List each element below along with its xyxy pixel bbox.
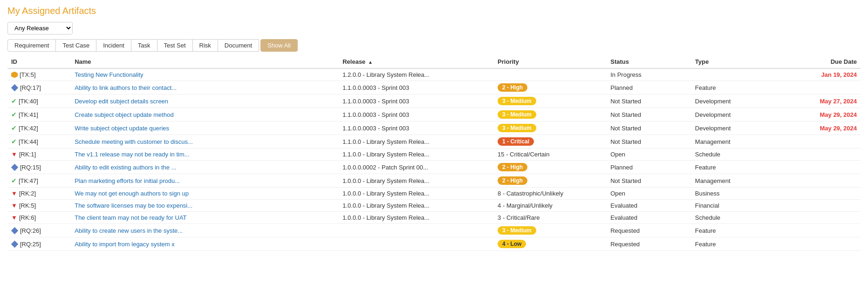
row-id-cell: ▼ [RK:6] bbox=[7, 212, 71, 224]
row-duedate-cell: May 29, 2024 bbox=[776, 108, 861, 122]
row-release-cell: 1.1.0.0 - Library System Relea... bbox=[339, 135, 494, 149]
artifact-id: [RK:2] bbox=[19, 190, 36, 197]
row-name-cell: The v1.1 release may not be ready in tim… bbox=[71, 149, 339, 161]
priority-badge: 4 - Low bbox=[498, 240, 526, 248]
artifact-name-link[interactable]: The v1.1 release may not be ready in tim… bbox=[75, 151, 189, 158]
row-duedate-cell bbox=[776, 161, 861, 174]
table-row: ✔ [TK:47] Plan marketing efforts for ini… bbox=[7, 174, 861, 188]
row-release-cell: 1.1.0.0 - Library System Relea... bbox=[339, 149, 494, 161]
col-header-type: Type bbox=[691, 55, 776, 68]
artifact-id: [TK:44] bbox=[19, 138, 38, 145]
table-row: ✔ [TK:44] Schedule meeting with customer… bbox=[7, 135, 861, 149]
row-release-cell: 1.0.0.0 - Library System Relea... bbox=[339, 188, 494, 200]
row-type-cell: Feature bbox=[691, 81, 776, 95]
col-header-status: Status bbox=[607, 55, 691, 68]
row-id-cell: [RQ:26] bbox=[7, 224, 71, 237]
artifact-name-link[interactable]: Ability to import from legacy system x bbox=[75, 241, 175, 248]
tab-task[interactable]: Task bbox=[131, 39, 157, 52]
artifact-name-link[interactable]: The software licenses may be too expensi… bbox=[75, 202, 192, 209]
row-priority-cell: 4 - Low bbox=[494, 237, 607, 251]
row-status-cell: Planned bbox=[607, 161, 691, 174]
table-row: [RQ:15] Ability to edit existing authors… bbox=[7, 161, 861, 174]
tab-document[interactable]: Document bbox=[218, 39, 259, 52]
artifact-name-link[interactable]: Create subject object update method bbox=[75, 111, 173, 118]
priority-text: 15 - Critical/Certain bbox=[498, 151, 549, 158]
row-name-cell: We may not get enough authors to sign up bbox=[71, 188, 339, 200]
artifact-id: [TK:41] bbox=[19, 111, 38, 118]
release-select[interactable]: Any Release 1.2.0.0 1.1.0.0.0003 1.1.0.0… bbox=[7, 22, 73, 34]
table-row: [TX:5] Testing New Functionality 1.2.0.0… bbox=[7, 68, 861, 81]
row-priority-cell: 3 - Medium bbox=[494, 122, 607, 135]
artifact-name-link[interactable]: Ability to create new users in the syste… bbox=[75, 227, 183, 234]
row-id-cell: ▼ [RK:5] bbox=[7, 200, 71, 212]
row-status-cell: In Progress bbox=[607, 68, 691, 81]
row-id-cell: ✔ [TK:42] bbox=[7, 122, 71, 135]
row-id-cell: ✔ [TK:44] bbox=[7, 135, 71, 149]
artifact-name-link[interactable]: Write subject object update queries bbox=[75, 125, 169, 132]
row-priority-cell: 1 - Critical bbox=[494, 135, 607, 149]
row-duedate-cell bbox=[776, 224, 861, 237]
row-id-cell: ✔ [TK:47] bbox=[7, 174, 71, 188]
tab-showall[interactable]: Show All bbox=[260, 39, 298, 52]
row-duedate-cell bbox=[776, 135, 861, 149]
priority-badge: 2 - High bbox=[498, 163, 527, 171]
row-release-cell: 1.0.0.0 - Library System Relea... bbox=[339, 174, 494, 188]
artifact-name-link[interactable]: Develop edit subject details screen bbox=[75, 98, 168, 105]
task-check-icon: ✔ bbox=[11, 138, 17, 145]
tab-requirement[interactable]: Requirement bbox=[7, 39, 56, 52]
row-duedate-cell bbox=[776, 174, 861, 188]
tab-testcase[interactable]: Test Case bbox=[55, 39, 96, 52]
artifact-name-link[interactable]: Schedule meeting with customer to discus… bbox=[75, 138, 193, 145]
sort-arrow-release: ▲ bbox=[368, 60, 373, 65]
artifact-name-link[interactable]: Ability to edit existing authors in the … bbox=[75, 164, 176, 171]
row-name-cell: The software licenses may be too expensi… bbox=[71, 200, 339, 212]
due-date: May 29, 2024 bbox=[820, 125, 857, 132]
row-name-cell: Ability to edit existing authors in the … bbox=[71, 161, 339, 174]
row-id-cell: ▼ [RK:2] bbox=[7, 188, 71, 200]
row-id-cell: [TX:5] bbox=[7, 68, 71, 81]
priority-text: 8 - Catastrophic/Unlikely bbox=[498, 190, 563, 197]
row-type-cell: Management bbox=[691, 174, 776, 188]
row-status-cell: Requested bbox=[607, 237, 691, 251]
row-status-cell: Not Started bbox=[607, 122, 691, 135]
priority-badge: 3 - Medium bbox=[498, 97, 536, 105]
table-row: ✔ [TK:42] Write subject object update qu… bbox=[7, 122, 861, 135]
tab-risk[interactable]: Risk bbox=[192, 39, 218, 52]
row-type-cell: Feature bbox=[691, 161, 776, 174]
row-status-cell: Evaluated bbox=[607, 200, 691, 212]
row-type-cell: Business bbox=[691, 188, 776, 200]
artifact-id: [TK:47] bbox=[19, 177, 38, 184]
table-row: ▼ [RK:6] The client team may not be read… bbox=[7, 212, 861, 224]
artifact-name-link[interactable]: The client team may not be ready for UAT bbox=[75, 214, 186, 221]
table-row: ▼ [RK:1] The v1.1 release may not be rea… bbox=[7, 149, 861, 161]
row-priority-cell: 2 - High bbox=[494, 174, 607, 188]
due-date: May 29, 2024 bbox=[820, 111, 857, 118]
artifact-name-link[interactable]: Ability to link authors to their contact… bbox=[75, 84, 177, 91]
artifact-name-link[interactable]: We may not get enough authors to sign up bbox=[75, 190, 189, 197]
col-header-release[interactable]: Release ▲ bbox=[339, 55, 494, 68]
row-duedate-cell bbox=[776, 81, 861, 95]
risk-triangle-icon: ▼ bbox=[11, 203, 17, 209]
row-priority-cell: 15 - Critical/Certain bbox=[494, 149, 607, 161]
row-status-cell: Not Started bbox=[607, 108, 691, 122]
row-priority-cell: 3 - Medium bbox=[494, 95, 607, 108]
artifact-id: [RK:1] bbox=[19, 151, 36, 158]
row-type-cell: Financial bbox=[691, 200, 776, 212]
row-type-cell bbox=[691, 68, 776, 81]
tab-incident[interactable]: Incident bbox=[96, 39, 131, 52]
col-header-id: ID bbox=[7, 55, 71, 68]
row-duedate-cell: Jan 19, 2024 bbox=[776, 68, 861, 81]
tab-testset[interactable]: Test Set bbox=[157, 39, 193, 52]
artifact-name-link[interactable]: Plan marketing efforts for initial produ… bbox=[75, 177, 180, 184]
row-release-cell: 1.0.0.0.0002 - Patch Sprint 00... bbox=[339, 161, 494, 174]
due-date: May 27, 2024 bbox=[820, 98, 857, 105]
due-date: Jan 19, 2024 bbox=[821, 71, 857, 78]
priority-badge: 1 - Critical bbox=[498, 137, 534, 146]
priority-badge: 2 - High bbox=[498, 83, 527, 92]
task-check-icon: ✔ bbox=[11, 98, 17, 104]
row-priority-cell: 2 - High bbox=[494, 161, 607, 174]
artifact-name-link[interactable]: Testing New Functionality bbox=[75, 71, 143, 78]
table-row: ▼ [RK:2] We may not get enough authors t… bbox=[7, 188, 861, 200]
row-release-cell: 1.1.0.0.0003 - Sprint 003 bbox=[339, 108, 494, 122]
row-type-cell: Management bbox=[691, 135, 776, 149]
